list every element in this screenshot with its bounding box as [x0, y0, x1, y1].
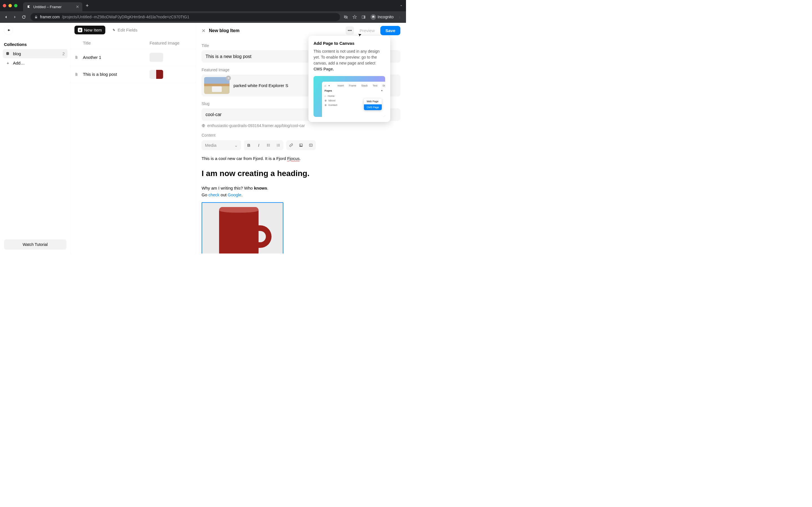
svg-point-6	[267, 144, 267, 145]
content-editor[interactable]: This is a cool new car from Fjord. It is…	[202, 155, 400, 253]
sidebar-item-count: 2	[62, 51, 64, 56]
lock-icon	[35, 15, 38, 19]
url-path: /projects/Untitled--mZ98oDWaPJyDRgKHm9n8…	[62, 15, 189, 19]
save-button[interactable]: Save	[380, 26, 400, 35]
browser-toolbar: framer.com/projects/Untitled--mZ98oDWaPJ…	[0, 11, 406, 23]
video-button[interactable]	[306, 140, 316, 150]
list-header: Title Featured Image	[70, 37, 196, 49]
link-button[interactable]	[286, 140, 296, 150]
close-panel-icon[interactable]: ✕	[202, 28, 206, 34]
hint-menu: Web Page CMS Page	[364, 99, 382, 110]
minimize-window-icon[interactable]	[8, 4, 12, 7]
editor-panel: ✕ New blog Item ••• Preview Save Title T…	[196, 23, 406, 253]
popover-body: This content is not used in any design y…	[313, 48, 385, 72]
svg-point-4	[6, 52, 9, 53]
watch-tutorial-button[interactable]: Watch Tutorial	[4, 239, 66, 249]
svg-point-8	[267, 146, 267, 147]
svg-point-13	[300, 145, 301, 145]
content-link[interactable]: check	[208, 192, 219, 197]
popover-illustration: ⌂▾InsertFrameStackTextSty Pages+ ⌂Home ⊕…	[313, 76, 385, 117]
column-title: Title	[74, 41, 150, 45]
sidebar-item-add[interactable]: + Add…	[3, 58, 68, 68]
select-label: Media	[205, 143, 216, 148]
row-thumbnail	[150, 70, 163, 79]
button-label: New Item	[84, 27, 102, 33]
url-host: framer.com	[40, 15, 60, 19]
plus-icon: +	[78, 28, 82, 33]
sidebar-item-blog[interactable]: blog 2	[3, 49, 68, 58]
incognito-icon	[370, 14, 376, 20]
content-toolbar: Media ⌄ B I 123	[202, 140, 400, 150]
database-icon	[6, 52, 10, 56]
content-heading[interactable]: I am now creating a heading.	[202, 167, 400, 180]
block-type-select[interactable]: Media ⌄	[202, 140, 241, 150]
remove-image-icon[interactable]: ✕	[226, 76, 231, 81]
items-list: + New Item Edit Fields Title Featured Im…	[70, 23, 196, 253]
content-link[interactable]: Google	[228, 192, 241, 197]
tab-title: Untitled – Framer	[33, 4, 73, 9]
numbered-list-button[interactable]: 123	[273, 140, 283, 150]
chevron-down-icon: ⌄	[234, 143, 238, 148]
button-label: Edit Fields	[117, 27, 137, 33]
plus-icon: +	[6, 61, 10, 65]
address-bar[interactable]: framer.com/projects/Untitled--mZ98oDWaPJ…	[31, 13, 340, 21]
browser-tab[interactable]: Untitled – Framer ✕	[23, 2, 82, 11]
document-icon	[74, 73, 79, 76]
edit-fields-button[interactable]: Edit Fields	[109, 25, 141, 34]
browser-menu-icon[interactable]: ⋮	[397, 16, 403, 18]
sidebar-item-label: blog	[13, 51, 21, 56]
svg-point-7	[267, 145, 267, 145]
add-page-popover: Add Page to Canvas This content is not u…	[308, 36, 390, 122]
star-icon[interactable]	[352, 15, 358, 19]
content-paragraph[interactable]: Go check out Google.	[202, 191, 400, 198]
sidebar-item-label: Add…	[13, 61, 25, 65]
tabs-dropdown-icon[interactable]	[399, 4, 403, 8]
edit-icon	[112, 28, 116, 32]
sidebar: Collections blog 2 + Add… Watch Tutorial	[0, 23, 70, 253]
tab-favicon	[27, 4, 31, 9]
forward-icon[interactable]	[12, 15, 18, 20]
list-row[interactable]: This is a blog post	[70, 66, 196, 83]
maximize-window-icon[interactable]	[14, 4, 17, 7]
browser-tab-strip: Untitled – Framer ✕ +	[0, 0, 406, 11]
image-thumbnail: ✕	[204, 77, 230, 94]
sidebar-heading: Collections	[0, 38, 70, 49]
more-menu-button[interactable]: •••	[346, 26, 354, 35]
eye-off-icon[interactable]	[343, 15, 349, 19]
new-item-button[interactable]: + New Item	[74, 25, 105, 34]
image-button[interactable]	[296, 140, 306, 150]
popover-title: Add Page to Canvas	[313, 41, 385, 46]
field-label-content: Content	[202, 133, 400, 137]
new-tab-button[interactable]: +	[86, 3, 89, 9]
slug-url-text: enthusiastic-guardrails-093164.framer.ap…	[207, 123, 305, 128]
bold-button[interactable]: B	[244, 140, 254, 150]
content-paragraph[interactable]: Why am I writing this? Who knows.	[202, 185, 400, 191]
italic-button[interactable]: I	[254, 140, 264, 150]
row-thumbnail	[150, 53, 163, 62]
close-window-icon[interactable]	[3, 4, 6, 7]
reload-icon[interactable]	[21, 15, 27, 19]
svg-point-3	[373, 17, 374, 18]
row-title: Another 1	[83, 55, 150, 60]
content-paragraph[interactable]: This is a cool new car from Fjord. It is…	[202, 155, 400, 162]
image-caption: parked white Ford Explorer S	[234, 83, 288, 88]
back-icon[interactable]	[3, 15, 9, 20]
preview-button[interactable]: Preview	[360, 28, 375, 33]
panel-title: New blog Item	[209, 28, 239, 33]
bullet-list-button[interactable]	[264, 140, 273, 150]
content-image-selected[interactable]	[202, 202, 283, 253]
globe-icon	[202, 124, 205, 128]
incognito-badge[interactable]: Incognito	[370, 14, 394, 20]
back-button[interactable]	[4, 25, 13, 35]
document-icon	[74, 55, 79, 59]
list-row[interactable]: Another 1	[70, 49, 196, 66]
column-featured-image: Featured Image	[150, 41, 192, 45]
spelling-error: Fjocus	[287, 156, 299, 161]
svg-rect-1	[364, 16, 365, 18]
window-controls	[3, 4, 17, 7]
svg-point-2	[372, 17, 373, 18]
row-title: This is a blog post	[83, 72, 150, 77]
tab-close-icon[interactable]: ✕	[76, 4, 79, 9]
incognito-label: Incognito	[377, 15, 394, 19]
side-panel-icon[interactable]	[361, 15, 367, 19]
